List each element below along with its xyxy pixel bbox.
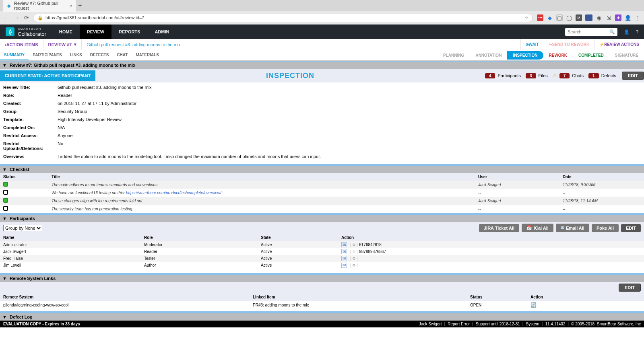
gear-icon[interactable]: ⚙ xyxy=(352,249,356,254)
avatar-icon[interactable]: 👤 xyxy=(625,14,631,21)
ext-icon-9[interactable]: ✦ xyxy=(615,14,621,21)
stage-annotation[interactable]: ANNOTATION xyxy=(470,51,507,60)
nav-home[interactable]: HOME xyxy=(52,25,80,39)
stage-signature[interactable]: SIGNATURE xyxy=(609,51,644,60)
tab-chat[interactable]: CHAT xyxy=(113,50,132,60)
checklist-header-title: Checklist xyxy=(10,167,29,172)
kv-role-k: Role: xyxy=(3,93,58,98)
kv-created-v: on 2018-11-27 at 17:11 by Administrator xyxy=(58,101,136,106)
mail-icon[interactable]: ✉ xyxy=(341,263,347,268)
reload-icon[interactable]: ⟳ xyxy=(24,14,29,21)
checklist-row: The security team has run penetration te… xyxy=(0,205,644,213)
edit-review-button[interactable]: EDIT xyxy=(622,72,644,80)
nav-reports[interactable]: REPORTS xyxy=(111,25,147,39)
gear-icon[interactable]: ⚙ xyxy=(352,256,356,261)
action-items-link[interactable]: ‹ ACTION ITEMS xyxy=(0,39,43,50)
stage-rework[interactable]: REWORK xyxy=(543,51,573,60)
section-defectlog-header[interactable]: ▼ Defect Log xyxy=(0,313,644,321)
search-input[interactable] xyxy=(568,29,609,34)
remote-toolbar: EDIT xyxy=(0,282,644,293)
poke-all-button[interactable]: Poke All xyxy=(592,224,619,232)
wait-button[interactable]: ⊘ WAIT xyxy=(520,39,544,50)
review-actions-button[interactable]: ⚡ REVIEW ACTIONS xyxy=(594,39,644,50)
new-tab-button[interactable]: + xyxy=(78,2,82,9)
mail-icon[interactable]: ✉ xyxy=(341,242,347,247)
checklist-user: -- xyxy=(475,189,559,197)
tab-participants[interactable]: PARTICIPANTS xyxy=(29,50,66,60)
group-by-select[interactable]: Group by None xyxy=(3,225,42,231)
forward-icon[interactable]: → xyxy=(14,14,19,21)
bookmark-icon[interactable]: ☆ xyxy=(524,15,528,21)
jira-ticket-all-button[interactable]: JIRA Ticket All xyxy=(479,224,519,232)
email-all-button[interactable]: ✉Email All xyxy=(556,224,589,232)
brand[interactable]: ⟠ SMARTBEAR Collaborator xyxy=(0,27,52,37)
gear-icon[interactable]: ⚙ xyxy=(352,263,356,267)
mail-icon[interactable]: ✉ xyxy=(341,256,347,261)
checkbox-icon[interactable] xyxy=(3,206,8,211)
review-title-link[interactable]: Github pull request #3. adding moons to … xyxy=(82,39,520,50)
footer-system[interactable]: System xyxy=(526,322,539,326)
ext-icon-4[interactable]: ◯ xyxy=(566,14,572,21)
ext-icon-2[interactable]: ◆ xyxy=(547,14,553,21)
remote-item: PR#3: adding moons to the mix xyxy=(250,301,467,309)
ext-icon-8[interactable]: ⇲ xyxy=(605,14,612,21)
checklist-link[interactable]: https://smartbear.com/product/testcomple… xyxy=(126,191,221,195)
ext-icon-6[interactable] xyxy=(585,14,592,21)
stage-inspection[interactable]: INSPECTION xyxy=(507,51,543,60)
back-icon[interactable]: ← xyxy=(3,14,9,21)
checkbox-icon[interactable] xyxy=(3,182,8,187)
counts-block: 4 Participants 3 Files ⚠ 7 Chats 1 Defec… xyxy=(485,73,619,78)
kv-restrict-v: Anyone xyxy=(58,133,72,138)
checklist-row: The code adheres to our team's standards… xyxy=(0,181,644,189)
defectlog-header-title: Defect Log xyxy=(10,315,33,319)
eval-notice: EVALUATION COPY - Expires in 33 days xyxy=(3,322,80,326)
edit-participants-button[interactable]: EDIT xyxy=(621,224,641,232)
footer-user[interactable]: Jack Swigert xyxy=(419,322,442,326)
tab-materials[interactable]: MATERIALS xyxy=(132,50,163,60)
rcol-status: Status xyxy=(467,293,527,301)
stage-completed[interactable]: COMPLETED xyxy=(573,51,609,60)
ext-icon-3[interactable]: ▢ xyxy=(556,14,563,21)
tab-defects[interactable]: DEFECTS xyxy=(86,50,113,60)
ical-all-button[interactable]: 📅iCal All xyxy=(522,224,553,232)
section-participants-header[interactable]: ▼ Participants xyxy=(0,214,644,222)
user-icon[interactable]: 👤 xyxy=(624,29,630,35)
nav-review[interactable]: REVIEW xyxy=(80,25,111,39)
nav-admin[interactable]: ADMIN xyxy=(147,25,176,39)
url-field[interactable]: 🔒 https://gmail361.smartbeartrial.com/ui… xyxy=(33,14,533,22)
gear-icon[interactable]: ⚙ xyxy=(352,243,356,247)
close-icon[interactable]: × xyxy=(70,3,72,8)
mail-icon[interactable]: ✉ xyxy=(341,249,347,254)
menu-icon[interactable]: ⋮ xyxy=(634,14,641,21)
browser-tab[interactable]: ◆ Review #7: Github pull request × xyxy=(3,0,76,12)
search-icon[interactable]: 🔍 xyxy=(609,29,615,35)
kv-uploads-k: Restrict Uploads/Deletions: xyxy=(3,141,58,151)
edit-remote-button[interactable]: EDIT xyxy=(619,284,641,292)
chats-count: 7 xyxy=(559,73,570,78)
browser-tab-bar: ◆ Review #7: Github pull request × + xyxy=(0,0,644,11)
tab-summary[interactable]: SUMMARY xyxy=(0,50,29,60)
review-actions-label: REVIEW ACTIONS xyxy=(604,42,639,47)
help-icon[interactable]: ? xyxy=(636,29,638,34)
ext-icon-1[interactable]: ••• xyxy=(537,14,543,21)
review-num-dropdown[interactable]: REVIEW #7 ▾ xyxy=(43,39,82,50)
footer-support: Support until 2018-12-31 xyxy=(476,322,520,326)
col-status: Status xyxy=(0,173,48,181)
tab-links[interactable]: LINKS xyxy=(66,50,86,60)
ext-icon-5[interactable]: M xyxy=(576,14,582,21)
footer-company[interactable]: SmartBear Software, Inc xyxy=(597,322,641,326)
kv-role-v: Reader xyxy=(58,93,72,98)
footer-report[interactable]: Report Error xyxy=(448,322,470,326)
refresh-icon[interactable]: 🔄 xyxy=(530,302,537,308)
checkbox-icon[interactable] xyxy=(3,198,8,203)
favicon-icon: ◆ xyxy=(6,3,12,8)
stage-planning[interactable]: PLANNING xyxy=(438,51,470,60)
section-checklist-header[interactable]: ▼ Checklist xyxy=(0,165,644,173)
search-box[interactable]: 🔍 xyxy=(565,28,617,36)
footer-version: 11.4.11402 xyxy=(545,322,565,326)
checklist-date: 11/28/18, 11:14 AM xyxy=(559,197,644,205)
section-review-header[interactable]: ▼ Review #7: Github pull request #3. add… xyxy=(0,61,644,69)
ext-icon-7[interactable]: ◉ xyxy=(596,14,602,21)
section-remote-header[interactable]: ▼ Remote System Links xyxy=(0,274,644,282)
checkbox-icon[interactable] xyxy=(3,190,8,195)
